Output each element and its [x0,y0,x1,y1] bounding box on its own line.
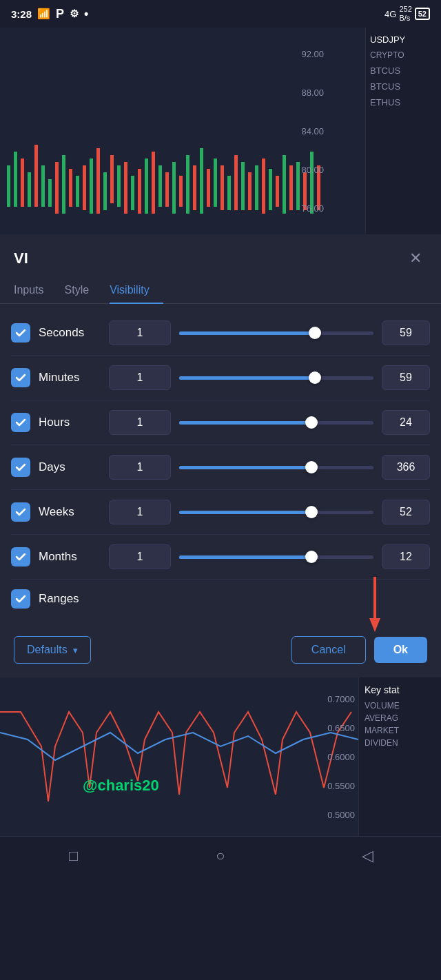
key-stat-average: AVERAG [365,713,435,723]
sidebar-crypto[interactable]: CRYPTO [370,49,437,61]
top-chart: 92.00 88.00 84.00 80.00 76.00 USDJPY CRY… [0,28,441,234]
tab-style[interactable]: Style [65,277,103,303]
candlestick-chart [0,28,324,234]
bottom-price-label: 0.5500 [327,781,355,791]
label-weeks: Weeks [39,505,101,519]
svg-rect-0 [7,165,10,207]
checkbox-months[interactable] [11,547,30,566]
time-display: 3:28 [11,8,32,20]
max-weeks: 52 [382,500,430,524]
checkbox-seconds[interactable] [11,323,30,343]
svg-rect-18 [131,176,134,210]
svg-rect-21 [152,152,155,214]
checkbox-hours[interactable] [11,413,30,432]
slider-minutes[interactable] [179,365,373,390]
row-weeks: Weeks 52 [11,490,430,535]
svg-rect-36 [255,165,258,210]
bottom-price-label: 0.7000 [327,694,355,704]
svg-rect-4 [34,145,38,207]
sidebar-ethus[interactable]: ETHUS [370,96,437,109]
defaults-label: Defaults [27,644,68,656]
input-hours-min[interactable] [109,410,171,435]
row-days: Days 366 [11,445,430,490]
settings-icon: ⚙ [70,8,79,20]
nav-square-button[interactable]: □ [53,842,94,870]
row-hours: Hours 24 [11,400,430,445]
data-speed: 252B/s [399,5,411,23]
tabs-container: Inputs Style Visibility [0,277,441,304]
svg-rect-5 [41,165,45,207]
svg-rect-13 [96,148,100,214]
input-days-min[interactable] [109,455,171,480]
svg-rect-39 [276,176,279,207]
p-icon: P [56,7,64,21]
slider-days[interactable] [179,455,373,480]
max-hours: 24 [382,410,430,435]
checkbox-weeks[interactable] [11,502,30,522]
sidebar-usdjpy[interactable]: USDJPY [370,33,437,46]
svg-rect-17 [124,162,127,214]
svg-marker-47 [369,618,380,632]
close-button[interactable]: ✕ [404,247,427,270]
svg-rect-40 [283,155,286,214]
checkbox-ranges[interactable] [11,589,30,609]
red-arrow-annotation [369,577,380,632]
wifi-icon: 📶 [37,8,50,20]
svg-rect-12 [90,159,93,214]
svg-rect-14 [103,172,107,210]
svg-rect-15 [110,155,114,203]
bottom-candlestick-chart [0,677,358,836]
slider-weeks[interactable] [179,500,373,524]
input-minutes-min[interactable] [109,365,171,390]
watermark: @charis20 [83,777,159,795]
slider-hours[interactable] [179,410,373,435]
tab-visibility[interactable]: Visibility [110,277,163,303]
svg-rect-34 [241,162,245,210]
key-stat-dividend: DIVIDEN [365,738,435,748]
sidebar-btcus2[interactable]: BTCUS [370,80,437,93]
circle-icon: ○ [216,847,225,865]
svg-rect-22 [158,165,162,207]
row-minutes: Minutes 59 [11,356,430,400]
label-seconds: Seconds [39,326,101,340]
input-weeks-min[interactable] [109,500,171,524]
checkbox-minutes[interactable] [11,368,30,387]
checkbox-days[interactable] [11,458,30,477]
bottom-navigation: □ ○ ◁ [0,836,441,875]
svg-rect-19 [138,169,141,214]
sidebar-btcus1[interactable]: BTCUS [370,64,437,77]
bottom-chart-sidebar: Key stat VOLUME AVERAG MARKET DIVIDEN [358,677,441,836]
svg-rect-32 [227,176,231,210]
label-ranges: Ranges [39,592,101,606]
nav-home-button[interactable]: ○ [200,842,241,870]
input-seconds-min[interactable] [109,320,171,345]
svg-rect-33 [234,155,238,210]
chart-sidebar: USDJPY CRYPTO BTCUS BTCUS ETHUS [365,28,441,234]
dialog-overlay: VI ✕ Inputs Style Visibility Seconds 59 [0,234,441,677]
defaults-button[interactable]: Defaults ▾ [14,636,91,664]
tab-inputs[interactable]: Inputs [14,277,58,303]
svg-rect-20 [145,159,148,214]
svg-rect-1 [14,152,17,207]
svg-rect-7 [55,162,59,214]
price-label: 76.00 [301,203,324,214]
ok-button[interactable]: Ok [374,637,427,663]
label-months: Months [39,550,101,564]
input-months-min[interactable] [109,544,171,569]
slider-seconds[interactable] [179,320,373,345]
signal-icon: 4G [384,9,396,19]
dialog-header: VI ✕ [0,234,441,277]
svg-rect-31 [220,165,224,210]
max-months: 12 [382,544,430,569]
svg-rect-29 [207,169,210,207]
cancel-button[interactable]: Cancel [291,636,366,664]
label-minutes: Minutes [39,371,101,385]
slider-months[interactable] [179,544,373,569]
svg-rect-37 [262,159,265,214]
key-stat-market: MARKET [365,726,435,735]
dialog-title: VI [14,249,28,267]
svg-rect-11 [83,165,86,210]
nav-back-button[interactable]: ◁ [347,842,388,870]
svg-rect-9 [69,169,72,207]
battery-icon: 52 [415,8,430,20]
